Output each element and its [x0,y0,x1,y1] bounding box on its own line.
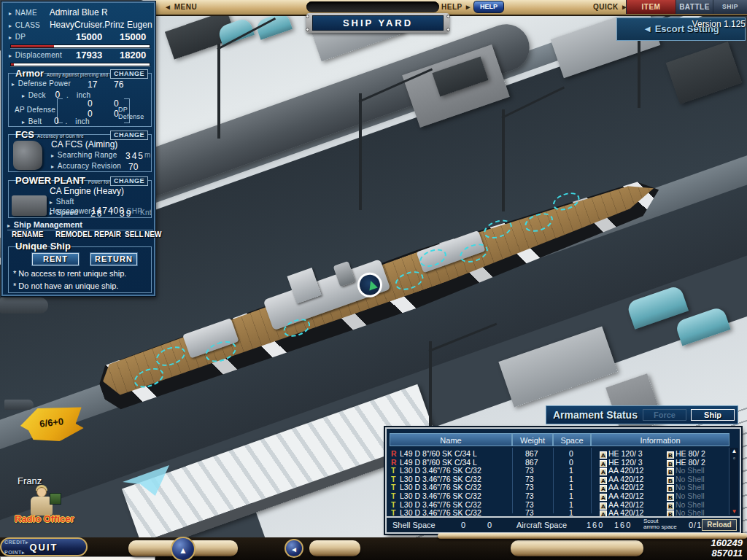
small-boat [4,400,34,410]
aircraft-space-label: Aircraft Space [516,521,567,529]
belt-label: Belt [28,117,42,125]
help-button[interactable]: HELP [473,1,504,13]
accuracy-value: 70 [128,162,138,172]
dp-bar [10,44,150,48]
force-tab[interactable]: Force [643,409,686,421]
unique-ship-title: Unique Ship [13,241,73,252]
armament-table-panel: Name Weight Space Information R L49 D 8"… [385,427,741,534]
displacement-current: 17933 [76,50,102,61]
defense-power-row: ▸ Defense Power 17 76 [12,79,71,88]
top-menu-bar: ◄ MENU HELP ► HELP QUICK ► ITEM BATTLE S… [155,0,747,16]
bullet-icon: ▸ [12,81,15,88]
searching-range-unit: m [144,151,151,159]
point-value: 857011 [712,548,743,559]
quick-label[interactable]: QUICK ► [593,3,628,11]
speed-label: Speed [56,209,78,217]
fcs-section: FCS Accuracy of Gun fire CHANGE CA FCS (… [8,134,152,172]
deck-label: Deck [28,91,46,99]
shell-space-1: 0 [461,521,465,529]
rename-button[interactable]: RENAME [12,230,43,238]
speed-row: ▸ Speed [50,209,78,217]
dp-defense-label: DP Defense [118,106,151,120]
armor-section: Armor Ability against piercing and explo… [8,73,152,127]
unique-ship-note: * No access to rent unique ship. [13,269,126,278]
rent-button[interactable]: RENT [32,253,79,265]
searching-range-value: 345 [125,151,144,161]
bullet-icon: ▸ [22,93,25,99]
bullet-icon: ▸ [50,199,53,206]
tab-ship-yard[interactable]: SHIP YARD [713,0,747,14]
speed-unit: Knt [140,209,152,217]
armament-row[interactable]: R L49 D 8"/60 SK C/34 L 867 0 AHE 120/ 3… [390,458,729,467]
ship-management-header: ▸ Ship Management [7,220,153,230]
radio-icon [50,493,61,505]
ship-class-value: HeavyCruiser.Prinz Eugen [50,20,152,30]
right-arrow-icon: ► [465,3,472,11]
scroll-thumb[interactable]: ▫ [730,455,738,462]
fcs-subtitle: Accuracy of Gun fire [37,133,84,139]
belt-dot: . [65,117,67,125]
fcs-device-name: CA FCS (Aiming) [51,139,117,149]
armament-row[interactable]: T L30 D 3.46"/76 SK C/32 73 1 AAA 420/12… [390,466,729,475]
defense-power-2: 76 [114,79,123,90]
scroll-up-icon[interactable]: ▲ [730,448,738,454]
return-button[interactable]: RETURN [90,253,137,265]
searching-range-row: ▸ Searching Range [51,151,117,159]
column-header-name: Name [390,433,512,446]
scout-ammo-label: Scout ammo space [643,518,677,530]
armament-scrollbar[interactable]: ▲ ▫ ▼ [729,448,738,515]
bullet-icon: ▸ [9,10,12,17]
help-label[interactable]: HELP ► [441,3,472,11]
reload-button[interactable]: Reload [702,519,737,531]
sailor-name: Franz [18,475,42,486]
armament-row[interactable]: T L30 D 3.46"/76 SK C/32 73 1 AAA 420/12… [390,491,729,500]
ship-tab[interactable]: Ship [691,409,735,421]
bullet-icon: ▸ [7,222,10,229]
column-header-space: Space [553,433,591,446]
menu-button[interactable]: ◄ MENU [164,3,197,11]
tab-battle[interactable]: BATTLE [676,0,713,14]
displacement-bar [10,63,150,66]
power-plant-change-button[interactable]: CHANGE [110,176,148,186]
engine-name: CA Engine (Heavy) [50,186,124,196]
armament-row[interactable]: R L49 D 8"/60 SK C/34 L 867 0 AHE 120/ 3… [390,449,729,458]
armament-row[interactable]: T L30 D 3.46"/76 SK C/32 73 1 AAA 420/12… [390,483,729,491]
remodel-button[interactable]: REMODEL [55,230,92,238]
tab-item[interactable]: ITEM [626,0,676,14]
bullet-icon: ▸ [22,119,25,125]
dp-current: 15000 [76,31,102,42]
unique-ship-note: * Do not have an unique ship. [13,281,118,290]
aircraft-space-2: 160 [614,521,632,529]
bullet-icon: ▸ [9,23,12,29]
armament-footer: Shell Space 0 0 Aircraft Space 160 160 S… [387,516,740,532]
shell-space-label: Shell Space [392,521,436,529]
credit-row: CREDIT▸ 160249 [3,537,744,548]
armament-status-titlebar: Armament Status Force Ship [546,405,738,424]
column-header-weight: Weight [512,433,553,446]
new-button[interactable]: NEW [144,230,161,238]
armor-change-button[interactable]: CHANGE [110,69,148,79]
shipyard-screen: ◄ MENU HELP ► HELP QUICK ► ITEM BATTLE S… [0,0,747,560]
unique-ship-section: Unique Ship RENT RETURN * No access to r… [8,246,152,293]
armament-row[interactable]: T L30 D 3.46"/76 SK C/32 73 1 AAA 420/12… [390,500,729,509]
displacement-label: Displacement [15,51,62,59]
bullet-icon: ▸ [9,34,12,41]
bullet-icon: ▸ [51,163,54,170]
name-row: ▸ NAME Admiral Blue R [9,7,108,18]
fcs-title: FCS Accuracy of Gun fire [13,129,86,140]
scroll-down-icon[interactable]: ▼ [730,508,738,515]
dp-row: ▸ DP 15000 15000 [9,33,152,41]
ap-value: 0 [88,98,93,109]
ship-info-panel: ▸ NAME Admiral Blue R ▸ CLASS HeavyCruis… [1,1,155,296]
bottom-bar: QUIT ▲ ◄ New to NavyField! CREDIT▸ 16024… [0,537,747,560]
defense-power-label: Defense Power [18,79,71,88]
engine-icon [12,195,47,216]
bullet-icon: ▸ [50,210,53,217]
point-row: POINT▸ 857011 [3,548,744,558]
displacement-max: 18200 [120,50,146,61]
sell-button[interactable]: SELL [125,230,144,238]
repair-button[interactable]: REPAIR [94,230,121,238]
armament-row[interactable]: T L30 D 3.46"/76 SK C/32 73 1 AAA 420/12… [390,475,729,483]
fcs-radar-icon [366,279,377,290]
bullet-icon: ▸ [26,540,28,545]
